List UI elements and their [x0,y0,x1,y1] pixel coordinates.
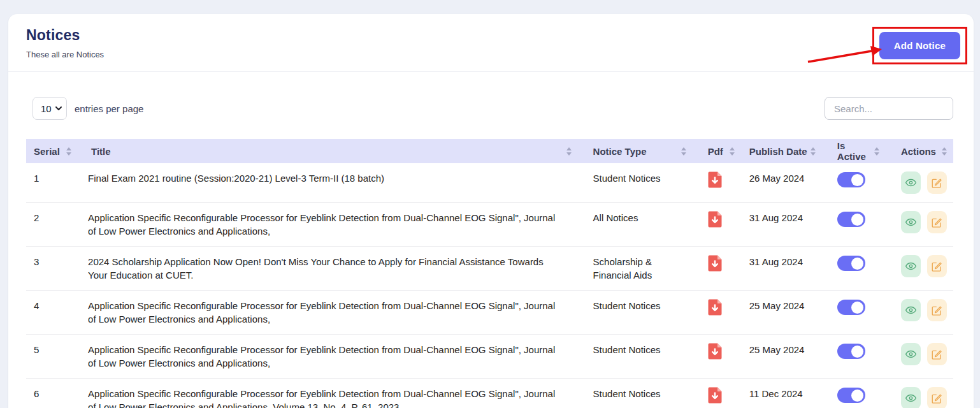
search-input[interactable] [825,97,953,120]
pdf-cell [693,379,734,408]
publish-date: 26 May 2024 [749,173,805,184]
serial-cell: 3 [26,247,87,291]
pdf-download-icon[interactable] [708,343,722,360]
notice-title: Application Specific Reconfigurable Proc… [88,388,555,408]
sort-icon[interactable] [874,147,879,156]
serial-value: 3 [34,256,39,267]
actions-cell [886,163,953,203]
view-button[interactable] [901,171,921,194]
title-cell: 2024 Scholarship Application Now Open! D… [87,247,578,291]
pdf-download-icon[interactable] [708,211,722,228]
table-row: 6 Application Specific Reconfigurable Pr… [26,379,953,408]
view-button[interactable] [901,255,921,277]
pdf-download-icon[interactable] [708,171,722,188]
pdf-download-icon[interactable] [708,299,722,316]
view-button[interactable] [901,299,921,321]
column-header-actions[interactable]: Actions [886,139,953,163]
column-header-notice-type[interactable]: Notice Type [578,139,693,163]
table-body: 1 Final Exam 2021 routine (Session:2020-… [26,163,953,408]
actions-cell [886,291,953,335]
publish-date-cell: 26 May 2024 [734,163,822,203]
edit-button[interactable] [927,171,947,194]
page-subtitle: These all are Notices [26,50,104,59]
notice-type: Student Notices [593,344,661,355]
view-button[interactable] [901,343,921,365]
sort-icon[interactable] [566,147,572,156]
serial-cell: 4 [26,291,87,335]
edit-button[interactable] [927,211,947,233]
entries-select-wrap: 10 [32,97,67,120]
pdf-cell [693,163,734,203]
table-row: 5 Application Specific Reconfigurable Pr… [26,335,953,379]
notice-type: Scholarship & Financial Aids [593,256,652,280]
entries-per-page: 10 entries per page [32,97,143,120]
is-active-cell [822,163,886,203]
column-header-title[interactable]: Title [87,139,578,163]
view-button[interactable] [901,211,921,233]
is-active-toggle[interactable] [837,212,865,227]
notices-table: Serial Title Notice Type [26,139,953,408]
entries-per-page-select[interactable]: 10 [32,97,67,120]
publish-date: 25 May 2024 [749,300,805,311]
edit-button[interactable] [927,255,947,277]
view-button[interactable] [901,387,921,408]
notice-title: Application Specific Reconfigurable Proc… [88,344,555,368]
eye-icon [905,177,917,189]
is-active-cell [822,247,886,291]
is-active-toggle[interactable] [837,172,865,187]
publish-date: 25 May 2024 [749,344,805,355]
is-active-toggle[interactable] [837,388,865,403]
publish-date-cell: 25 May 2024 [734,335,822,379]
sort-icon[interactable] [66,147,71,156]
edit-icon [931,217,942,228]
notice-type-cell: Student Notices [578,335,693,379]
serial-cell: 6 [26,379,87,408]
edit-icon [931,261,942,272]
page-title: Notices [26,27,104,44]
column-header-serial[interactable]: Serial [26,139,87,163]
sort-icon[interactable] [942,147,947,156]
edit-button[interactable] [927,343,947,365]
publish-date-cell: 31 Aug 2024 [734,247,822,291]
sort-icon[interactable] [681,147,686,156]
pdf-download-icon[interactable] [708,255,722,272]
add-notice-button[interactable]: Add Notice [879,32,960,59]
column-header-pdf[interactable]: Pdf [693,139,734,163]
eye-icon [905,392,917,404]
sort-icon[interactable] [811,147,816,156]
eye-icon [905,304,917,316]
publish-date: 31 Aug 2024 [749,212,803,223]
is-active-toggle[interactable] [837,300,865,315]
edit-button[interactable] [927,299,947,321]
column-label: Serial [34,146,60,157]
is-active-toggle[interactable] [837,256,865,271]
title-cell: Application Specific Reconfigurable Proc… [87,335,578,379]
entries-per-page-label: entries per page [75,103,143,114]
column-label: Actions [901,146,936,157]
table-row: 4 Application Specific Reconfigurable Pr… [26,291,953,335]
notices-table-wrap: Serial Title Notice Type [8,139,974,408]
pdf-download-icon[interactable] [708,387,722,404]
actions-cell [886,247,953,291]
table-row: 3 2024 Scholarship Application Now Open!… [26,247,953,291]
table-controls: 10 entries per page [8,97,974,120]
notice-type-cell: Student Notices [578,291,693,335]
column-header-publish-date[interactable]: Publish Date [734,139,822,163]
table-row: 1 Final Exam 2021 routine (Session:2020-… [26,163,953,203]
edit-button[interactable] [927,387,947,408]
sort-icon[interactable] [730,147,735,156]
publish-date: 11 Dec 2024 [749,388,803,399]
column-label: Title [87,146,111,157]
serial-cell: 5 [26,335,87,379]
serial-value: 1 [34,173,39,184]
column-label: Notice Type [593,146,647,157]
title-cell: Final Exam 2021 routine (Session:2020-21… [87,163,578,203]
title-cell: Application Specific Reconfigurable Proc… [87,203,578,247]
notice-title: 2024 Scholarship Application Now Open! D… [88,256,544,280]
column-header-is-active[interactable]: Is Active [822,139,886,163]
edit-icon [931,393,942,404]
annotation-highlight-box: Add Notice [872,27,967,64]
publish-date-cell: 25 May 2024 [734,291,822,335]
notice-title: Application Specific Reconfigurable Proc… [88,300,555,324]
is-active-toggle[interactable] [837,344,865,359]
